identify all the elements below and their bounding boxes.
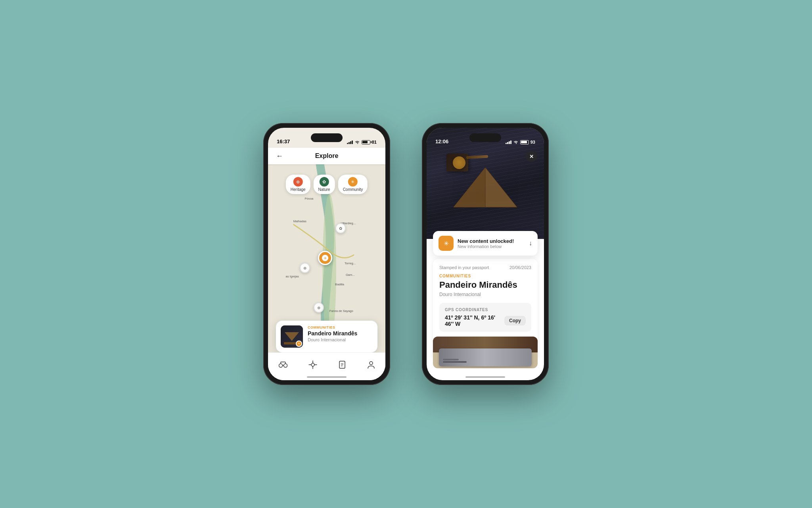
bottom-photo-strip	[433, 337, 538, 368]
status-icons-2: 93	[506, 140, 535, 144]
back-button[interactable]: ←	[276, 152, 283, 160]
unlock-title: New content unlocked!	[458, 238, 525, 244]
dynamic-island-2	[469, 133, 501, 142]
explore-header: ← Explore	[268, 148, 385, 164]
book-svg	[450, 164, 521, 211]
svg-marker-23	[454, 167, 485, 207]
map-marker-small-2[interactable]: ⊕	[300, 263, 310, 273]
gps-section: GPS COORDINATES 41º 29' 31'' N, 6º 16' 4…	[439, 303, 531, 332]
background: 16:37	[0, 0, 812, 508]
pill-heritage[interactable]: ⊕ Heritage	[286, 175, 310, 194]
pill-nature-label: Nature	[318, 187, 330, 192]
pill-nature[interactable]: ✿ Nature	[314, 175, 335, 194]
svg-text:Badilla: Badilla	[335, 283, 345, 286]
detail-category: COMMUNITIES	[439, 274, 531, 278]
gps-row: 41º 29' 31'' N, 6º 16' 46'' W Copy	[445, 314, 526, 327]
bottom-card-image: ✳	[281, 325, 303, 348]
unlock-icon-box: ✳	[439, 236, 454, 251]
stamp-label: Stamped in your passport	[439, 265, 489, 270]
gps-coords: 41º 29' 31'' N, 6º 16' 46'' W	[445, 314, 504, 327]
gps-label: GPS COORDINATES	[445, 308, 526, 312]
dynamic-island-1	[311, 133, 343, 142]
unlock-banner[interactable]: ✳ New content unlocked! New information …	[433, 231, 538, 256]
map-marker-small-3[interactable]: ⊕	[314, 302, 324, 313]
phone2-screen: 12:06	[427, 128, 544, 380]
home-indicator-2	[465, 376, 505, 378]
unlock-subtitle: New information below	[458, 244, 525, 249]
bottom-card-content: COMMUNITIES Pandeiro Mirandês Douro Inte…	[308, 325, 373, 348]
battery-pct-1: 81	[372, 140, 377, 144]
status-icons-1: 81	[347, 140, 377, 144]
battery-icon-1	[362, 140, 370, 144]
main-map-marker[interactable]: ✳	[318, 251, 332, 265]
bottom-card-category: COMMUNITIES	[308, 325, 373, 329]
bottom-card[interactable]: ✳ COMMUNITIES Pandeiro Mirandês Douro In…	[276, 321, 377, 352]
wifi-icon-1	[354, 140, 360, 144]
tab-profile[interactable]	[361, 358, 381, 372]
tab-passport[interactable]	[332, 358, 352, 372]
binoculars-icon	[279, 362, 287, 368]
tab-crosshair[interactable]	[302, 357, 324, 372]
wifi-icon-2	[513, 140, 519, 144]
svg-text:Torreg...: Torreg...	[345, 262, 356, 265]
profile-icon	[367, 361, 375, 369]
home-indicator-1	[307, 376, 347, 378]
svg-text:as Igrejas: as Igrejas	[286, 275, 299, 278]
unlock-text-container: New content unlocked! New information be…	[458, 238, 525, 249]
close-icon: ✕	[529, 154, 534, 160]
battery-fill-2	[521, 141, 527, 143]
svg-point-12	[311, 363, 314, 366]
bottom-card-title: Pandeiro Mirandês	[308, 330, 373, 337]
stamp-row: Stamped in your passport 20/06/2023	[439, 265, 531, 270]
signal-icon-2	[506, 140, 511, 144]
svg-point-21	[370, 362, 373, 365]
svg-point-11	[283, 364, 287, 367]
phones-container: 16:37	[263, 123, 549, 385]
unlock-star-icon: ✳	[444, 240, 449, 247]
pill-heritage-label: Heritage	[291, 187, 306, 192]
svg-point-10	[279, 364, 282, 367]
passport-icon	[338, 361, 346, 369]
svg-text:Malhadas: Malhadas	[293, 219, 306, 223]
crosshair-icon	[308, 360, 317, 369]
battery-fill-1	[362, 141, 368, 143]
svg-text:Póvoa: Póvoa	[304, 197, 313, 200]
time-1: 16:37	[277, 139, 290, 144]
phone-1: 16:37	[263, 123, 390, 385]
detail-title: Pandeiro Mirandês	[439, 280, 531, 290]
unlock-arrow-icon: ↓	[529, 240, 532, 247]
close-button[interactable]: ✕	[526, 151, 537, 162]
explore-title: Explore	[315, 152, 339, 160]
map-marker-small-1[interactable]: ✿	[335, 223, 346, 233]
copy-button[interactable]: Copy	[504, 316, 526, 325]
signal-icon-1	[347, 140, 353, 144]
battery-pct-2: 93	[530, 140, 535, 144]
phone-2: 12:06	[422, 123, 549, 385]
phone1-screen: 16:37	[268, 128, 385, 380]
battery-icon-2	[520, 140, 529, 144]
pill-community-label: Community	[343, 187, 363, 192]
detail-subtitle: Douro Internacional	[439, 292, 531, 297]
pill-community[interactable]: ✳ Community	[338, 175, 368, 194]
time-2: 12:06	[435, 139, 448, 144]
category-pills: ⊕ Heritage ✿ Nature ✳ Community	[286, 175, 368, 194]
svg-text:Gam...: Gam...	[346, 273, 355, 277]
stamp-date: 20/06/2023	[509, 265, 531, 270]
tab-binoculars[interactable]	[272, 358, 294, 371]
svg-text:Fariza de Sayago: Fariza de Sayago	[329, 309, 353, 313]
bottom-card-subtitle: Douro Internacional	[308, 337, 373, 342]
